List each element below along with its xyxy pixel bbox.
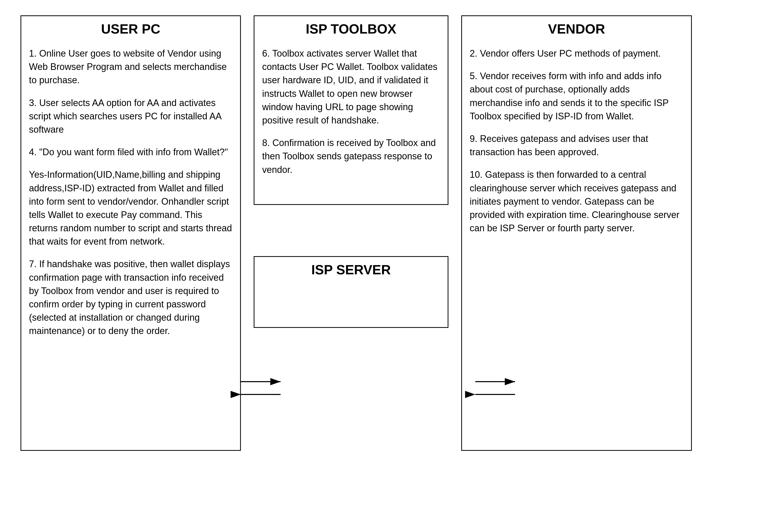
isp-toolbox-box: ISP TOOLBOX 6. Toolbox activates server … <box>254 15 449 205</box>
isp-server-title: ISP SERVER <box>262 262 440 277</box>
vendor-title: VENDOR <box>470 21 684 37</box>
isp-toolbox-text-6: 6. Toolbox activates server Wallet that … <box>262 47 440 127</box>
user-pc-text-3: 3. User selects AA option for AA and act… <box>29 96 232 137</box>
diagram-container: USER PC 1. Online User goes to website o… <box>0 0 760 532</box>
vendor-text-5: 5. Vendor receives form with info and ad… <box>470 69 684 123</box>
user-pc-text-yes: Yes-Information(UID,Name,billing and shi… <box>29 168 232 248</box>
main-layout: USER PC 1. Online User goes to website o… <box>21 15 739 517</box>
isp-toolbox-title: ISP TOOLBOX <box>262 21 440 37</box>
user-pc-title: USER PC <box>29 21 232 37</box>
isp-server-box: ISP SERVER <box>254 256 449 328</box>
isp-column: ISP TOOLBOX 6. Toolbox activates server … <box>241 15 461 328</box>
vendor-text-2: 2. Vendor offers User PC methods of paym… <box>470 47 684 60</box>
user-pc-text-7: 7. If handshake was positive, then walle… <box>29 257 232 337</box>
user-pc-text-1: 1. Online User goes to website of Vendor… <box>29 47 232 87</box>
vendor-text-9: 9. Receives gatepass and advises user th… <box>470 132 684 159</box>
isp-toolbox-text-8: 8. Confirmation is received by Toolbox a… <box>262 136 440 176</box>
user-pc-text-4: 4. "Do you want form filed with info fro… <box>29 146 232 159</box>
vendor-text-10: 10. Gatepass is then forwarded to a cent… <box>470 168 684 235</box>
user-pc-box: USER PC 1. Online User goes to website o… <box>21 15 241 451</box>
vendor-box: VENDOR 2. Vendor offers User PC methods … <box>461 15 692 451</box>
